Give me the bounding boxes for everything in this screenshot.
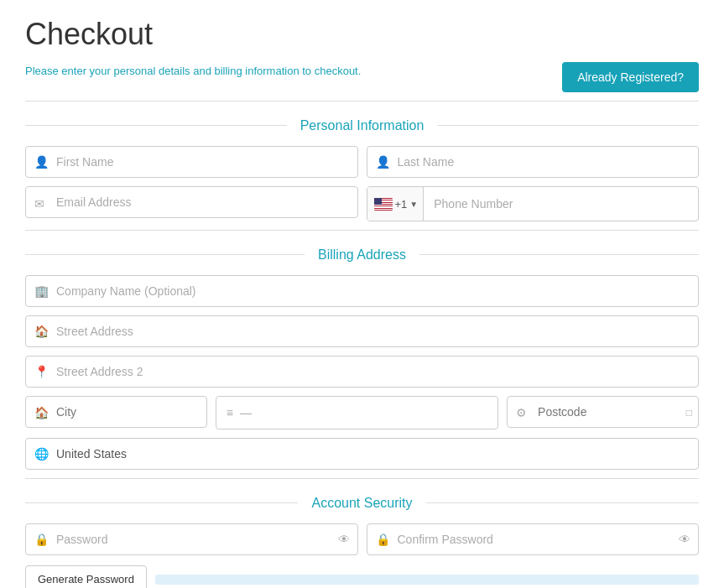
city-state-postcode-row: 🏠 ≡ — ⚙ □ (25, 396, 699, 429)
last-name-group: 👤 (367, 146, 700, 178)
us-flag-icon (374, 198, 393, 211)
page-title: Checkout (25, 17, 699, 52)
divider-left (25, 125, 287, 126)
company-input[interactable] (25, 275, 699, 307)
city-input[interactable] (25, 396, 207, 428)
account-security-section-header: Account Security (25, 494, 699, 512)
email-input[interactable] (25, 186, 358, 218)
eye-icon-confirm[interactable]: 👁 (679, 533, 690, 546)
email-phone-row: ✉ +1 ▼ (25, 186, 699, 221)
chevron-down-icon: ▼ (409, 200, 418, 209)
first-name-group: 👤 (25, 146, 358, 178)
postcode-group: ⚙ □ (507, 396, 699, 429)
phone-flag-selector[interactable]: +1 ▼ (367, 187, 425, 221)
page-subtitle: Please enter your personal details and b… (25, 65, 361, 77)
country-select[interactable]: United States Canada United Kingdom Aust… (25, 438, 699, 470)
confirm-password-input[interactable] (367, 523, 700, 555)
city-group: 🏠 (25, 396, 207, 429)
phone-group: +1 ▼ (367, 186, 700, 221)
street-address-input[interactable] (25, 315, 699, 347)
country-row: 🌐 United States Canada United Kingdom Au… (25, 438, 699, 470)
password-strength-container: Password Strength: Enter a Password (155, 575, 699, 588)
password-strength-bar (155, 575, 699, 585)
street-address2-input[interactable] (25, 356, 699, 388)
personal-info-title: Personal Information (287, 118, 438, 133)
password-row: 🔒 👁 🔒 👁 (25, 523, 699, 555)
password-group: 🔒 👁 (25, 523, 358, 555)
generate-btn-wrapper: Generate Password (25, 565, 147, 588)
phone-field-wrapper: +1 ▼ (367, 186, 700, 221)
divider-top (25, 101, 699, 101)
state-dash: — (240, 406, 252, 419)
street1-row: 🏠 (25, 315, 699, 347)
generate-password-button[interactable]: Generate Password (25, 565, 147, 588)
divider-security-top (25, 478, 699, 479)
eye-icon-password[interactable]: 👁 (338, 533, 350, 546)
divider-security-right (426, 502, 699, 503)
billing-section-header: Billing Address (25, 246, 699, 263)
personal-info-section-header: Personal Information (25, 117, 699, 134)
filter-icon: ≡ (227, 406, 233, 419)
first-name-input[interactable] (25, 146, 358, 178)
account-security-title: Account Security (298, 496, 425, 511)
expand-icon: □ (686, 407, 692, 419)
divider-security-left (25, 502, 298, 503)
divider-billing-left (25, 254, 305, 255)
divider-right (437, 125, 699, 126)
company-row: 🏢 (25, 275, 699, 307)
already-registered-button[interactable]: Already Registered? (562, 62, 699, 92)
phone-input[interactable] (424, 189, 698, 219)
state-selector[interactable]: ≡ — (216, 396, 498, 429)
divider-billing-top (25, 230, 699, 231)
confirm-password-group: 🔒 👁 (367, 523, 700, 555)
last-name-input[interactable] (367, 146, 700, 178)
name-row: 👤 👤 (25, 146, 699, 178)
password-input[interactable] (25, 523, 358, 555)
password-actions-row: Generate Password Password Strength: Ent… (25, 565, 699, 588)
billing-title: Billing Address (305, 247, 419, 263)
divider-billing-right (419, 254, 699, 255)
email-group: ✉ (25, 186, 358, 221)
state-group: ≡ — (216, 396, 498, 429)
phone-code: +1 (395, 198, 408, 211)
street2-row: 📍 (25, 356, 699, 388)
postcode-input[interactable] (507, 396, 699, 428)
